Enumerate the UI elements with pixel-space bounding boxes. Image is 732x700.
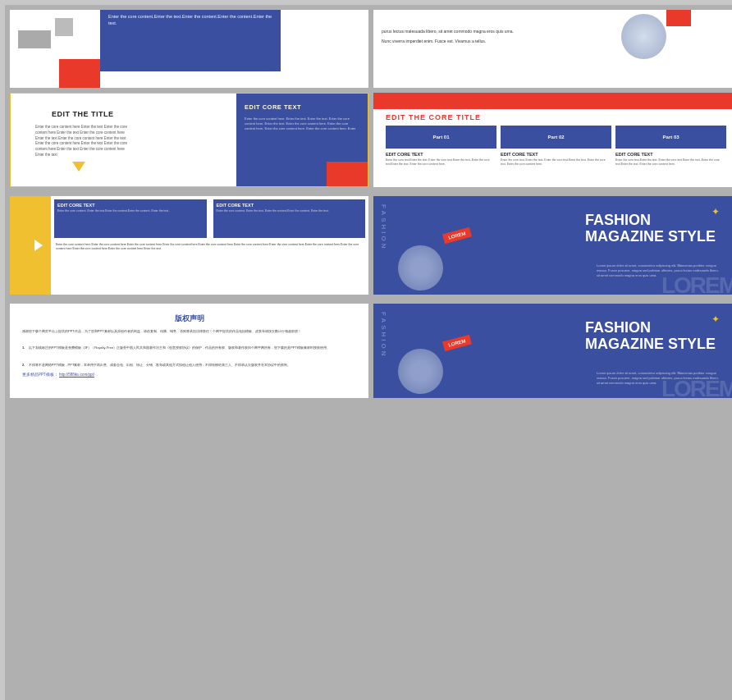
slide-3: EDIT THE TITLE Enter the core content he… [10, 93, 368, 187]
slide7-link: 更多精品PPT模板： http://588iku.com/ppt/ [22, 373, 356, 377]
slide4-part3-text: Enter the core text.Enter the text. Ente… [615, 158, 726, 167]
slide4-part-2: Part 02 EDIT CORE TEXT Enter the core te… [501, 126, 611, 167]
slide5-two-cols: EDIT CORE TEXT Enter the core content. E… [51, 196, 368, 241]
slide4-part1-title: EDIT CORE TEXT [386, 152, 423, 157]
slide-4: EDIT THE CORE TITLE Part 01 EDIT CORE TE… [373, 93, 732, 187]
slide7-section1: 1. 以下划线标注的PPT模板是免费模板（3F）（Royalty-Free）正版… [22, 337, 356, 352]
slide2-content: purus lectus malesuada libero, sit amet … [382, 29, 514, 44]
slide4-part-1: Part 01 EDIT CORE TEXT Enter the core te… [386, 126, 496, 167]
slide-6: FASHION ✦ FASHION MAGAZINE STYLE LOREM L… [373, 196, 732, 295]
slide4-part3-title: EDIT CORE TEXT [615, 152, 653, 157]
slide3-red-corner [327, 162, 368, 186]
slide1-gray-rect [18, 30, 51, 48]
slide4-part2-text: Enter the core text. Enter the text. Ent… [501, 158, 611, 167]
slide3-blue-text: Enter the core content here. Enter the t… [245, 117, 359, 131]
slide8-fashion-title: FASHION MAGAZINE STYLE [585, 320, 716, 353]
slide4-part3-img: Part 03 [615, 126, 726, 149]
slide5-col2-title: EDIT CORE TEXT [217, 203, 363, 208]
slide6-bg-text: LOREM [661, 272, 732, 295]
slide3-blue-title: EDIT CORE TEXT [245, 103, 359, 111]
slide7-section2-text: 不得将不是网络PPT模板，PPT素材，本单用于再出售、成套合包、出租、转让、分销… [29, 363, 291, 367]
slide7-section2-num: 2. [22, 363, 25, 367]
slide5-bottom-text: Enter the core content here Enter the co… [51, 241, 368, 254]
slide8-vert-fashion: FASHION [380, 312, 387, 359]
slide5-col2: EDIT CORE TEXT Enter the core content. E… [213, 199, 366, 238]
slide8-circle [398, 349, 443, 394]
slide5-col2-text: Enter the core content. Enter the text. … [217, 209, 363, 213]
slide4-part1-text: Enter the core text.Enter the text. Ente… [386, 158, 496, 167]
slide7-section1-num: 1. [22, 345, 25, 350]
slide2-text1: purus lectus malesuada libero, sit amet … [382, 29, 514, 35]
slide7-link-label: 更多精品PPT模板： [22, 373, 58, 377]
slide7-intro: 感谢您下载个网页平台上提供的PPT作品，为了您和PPT素材以及原创作者的利益，请… [22, 329, 356, 334]
slide4-part2-img: Part 02 [501, 126, 611, 149]
slide5-right-content: EDIT CORE TEXT Enter the core content. E… [51, 196, 368, 295]
slide-5: EDIT CORE TITLE EDIT CORE TEXT Enter the… [10, 196, 368, 295]
slide7-section2: 2. 不得将不是网络PPT模板，PPT素材，本单用于再出售、成套合包、出租、转让… [22, 355, 356, 369]
slide6-circle [398, 245, 443, 291]
slide4-title: EDIT THE CORE TITLE [386, 113, 481, 121]
slide6-fashion-title: FASHION MAGAZINE STYLE [585, 213, 716, 245]
slide1-text: Enter the core content.Enter the text.En… [108, 14, 272, 26]
slide6-lorem-badge: LOREM [442, 227, 472, 244]
slide4-red-top [373, 93, 732, 109]
slide6-vert-fashion: FASHION [380, 204, 387, 251]
slide2-text2: Nunc viverra imperdiet enim. Fusce est. … [382, 39, 514, 45]
slide8-bg-text: LOREM [661, 376, 732, 398]
slide3-title: EDIT THE TITLE [52, 110, 114, 118]
slide8-lorem-badge: LOREM [442, 335, 472, 351]
slide5-triangle [34, 240, 43, 251]
slide7-link-url[interactable]: http://588iku.com/ppt/ [59, 373, 94, 377]
slide5-col1-text: Enter the core content. Enter the text.E… [57, 209, 204, 213]
slide5-col1-title: EDIT CORE TEXT [57, 203, 204, 208]
slide4-part-3: Part 03 EDIT CORE TEXT Enter the core te… [615, 126, 726, 167]
slide2-circle [621, 14, 666, 59]
slide1-red-rect [59, 59, 100, 88]
slide-8: FASHION ✦ FASHION MAGAZINE STYLE LOREM L… [373, 304, 732, 398]
slide-2: purus lectus malesuada libero, sit amet … [373, 10, 732, 88]
slide4-parts-row: Part 01 EDIT CORE TEXT Enter the core te… [386, 126, 726, 167]
slide-7: 版权声明 感谢您下载个网页平台上提供的PPT作品，为了您和PPT素材以及原创作者… [10, 304, 368, 398]
slide7-title: 版权声明 [22, 313, 356, 324]
slide4-part1-img: Part 01 [386, 126, 496, 149]
slide1-gray-rect2 [55, 18, 73, 36]
slide7-section1-text: 以下划线标注的PPT模板是免费模板（3F）（Royalty-Free）正版受中国… [29, 345, 330, 350]
slide5-col1: EDIT CORE TEXT Enter the core content. E… [54, 199, 207, 238]
slide3-small-text: Enter the core content here Enter the te… [35, 125, 134, 158]
slide4-part2-title: EDIT CORE TEXT [501, 152, 538, 157]
slide-1: Enter the core content.Enter the text.En… [10, 10, 368, 88]
slides-grid: Enter the core content.Enter the text.En… [5, 5, 732, 700]
slide2-red-square [666, 10, 691, 26]
slide3-triangle [72, 162, 85, 172]
